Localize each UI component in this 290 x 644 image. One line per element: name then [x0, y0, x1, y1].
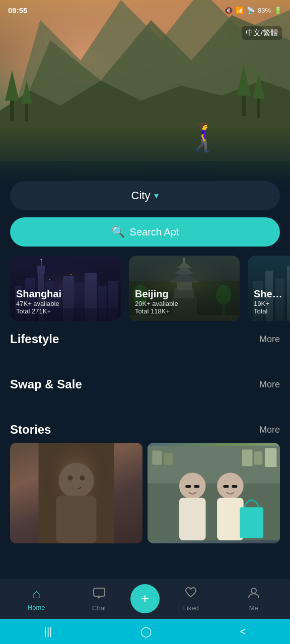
- svg-rect-53: [56, 496, 97, 543]
- city-cards-scroll: Shanghai 47K+ available Total 271K+: [0, 256, 290, 321]
- city-card-shanghai[interactable]: Shanghai 47K+ available Total 271K+: [10, 256, 121, 321]
- swap-sale-more[interactable]: More: [259, 379, 280, 390]
- nav-me[interactable]: Me: [223, 586, 285, 612]
- home-icon: ⌂: [32, 586, 40, 602]
- group-image: [148, 443, 280, 543]
- svg-rect-68: [217, 498, 244, 540]
- shenzhen-name: She…: [254, 288, 282, 300]
- shanghai-available: 47K+ available: [16, 300, 61, 307]
- city-arrow-icon: ▾: [154, 190, 159, 201]
- svg-rect-66: [179, 498, 206, 540]
- shanghai-name: Shanghai: [16, 288, 61, 300]
- svg-rect-63: [254, 451, 262, 464]
- stories-header: Stories More: [0, 423, 290, 437]
- signal-icon: 📡: [247, 7, 255, 14]
- nav-home[interactable]: ⌂ Home: [5, 586, 68, 611]
- group-svg: [148, 443, 280, 543]
- me-label: Me: [249, 604, 258, 612]
- svg-marker-4: [5, 70, 19, 101]
- svg-point-55: [80, 475, 85, 480]
- story-card-group[interactable]: [148, 443, 280, 543]
- svg-rect-70: [194, 485, 199, 488]
- search-btn-label: Search Apt: [130, 226, 179, 238]
- svg-rect-73: [240, 507, 263, 538]
- stories-grid: [0, 437, 290, 543]
- city-card-beijing[interactable]: Beijing 20K+ available Total 118K+: [129, 256, 240, 321]
- liked-label: Liked: [183, 604, 199, 612]
- svg-rect-64: [265, 448, 276, 467]
- svg-point-54: [68, 475, 73, 480]
- battery-icon: 🔋: [274, 7, 282, 14]
- pause-btn[interactable]: |||: [44, 626, 52, 637]
- chat-label: Chat: [92, 604, 106, 612]
- svg-rect-71: [223, 485, 229, 488]
- beijing-info: Beijing 20K+ available Total 118K+: [135, 288, 178, 315]
- back-btn[interactable]: <: [240, 626, 246, 637]
- status-icons: 🔇 📶 📡 83% 🔋: [225, 7, 282, 14]
- svg-rect-74: [94, 588, 105, 596]
- status-time: 09:55: [8, 6, 27, 15]
- add-button[interactable]: +: [130, 584, 160, 613]
- svg-rect-61: [164, 453, 173, 464]
- svg-point-76: [251, 588, 256, 593]
- beijing-total: Total 118K+: [135, 307, 178, 315]
- lang-switcher[interactable]: 中文/繁體: [242, 26, 282, 40]
- city-label: City: [131, 189, 151, 202]
- shenzhen-info: She… 19K+ Total: [254, 288, 282, 315]
- beijing-name: Beijing: [135, 288, 178, 300]
- svg-rect-62: [242, 450, 253, 466]
- shenzhen-available: 19K+: [254, 300, 282, 307]
- stories-title: Stories: [10, 423, 51, 437]
- shanghai-info: Shanghai 47K+ available Total 271K+: [16, 288, 61, 315]
- wifi-icon: 📶: [236, 7, 244, 14]
- swap-sale-section: Swap & Sale More: [0, 377, 290, 391]
- lifestyle-section: Lifestyle More: [0, 332, 290, 346]
- me-icon: [247, 586, 260, 602]
- svg-marker-75: [97, 596, 101, 599]
- bottom-nav: ⌂ Home Chat + Liked Me: [0, 579, 290, 619]
- status-bar: 09:55 🔇 📶 📡 83% 🔋: [0, 0, 290, 20]
- svg-rect-72: [232, 485, 237, 488]
- city-selector[interactable]: City ▾: [10, 181, 280, 210]
- nav-liked[interactable]: Liked: [160, 586, 223, 612]
- portrait-image: [10, 443, 142, 543]
- stories-section: Stories More: [0, 423, 290, 543]
- portrait-svg: [10, 443, 142, 543]
- liked-icon: [184, 586, 197, 602]
- svg-point-67: [217, 473, 244, 500]
- beijing-available: 20K+ available: [135, 300, 178, 307]
- shanghai-total: Total 271K+: [16, 307, 61, 315]
- chat-icon: [93, 586, 106, 602]
- city-cards-section: Shanghai 47K+ available Total 271K+: [0, 256, 290, 321]
- add-icon: +: [141, 591, 149, 607]
- lifestyle-title: Lifestyle: [10, 332, 59, 346]
- nav-chat[interactable]: Chat: [68, 586, 131, 612]
- svg-rect-9: [257, 96, 260, 118]
- svg-rect-69: [185, 485, 191, 488]
- story-card-portrait[interactable]: [10, 443, 142, 543]
- system-nav: ||| ◯ <: [0, 619, 290, 644]
- search-icon: 🔍: [111, 225, 125, 238]
- svg-rect-60: [152, 450, 162, 464]
- battery-text: 83%: [258, 7, 271, 14]
- svg-point-65: [179, 473, 206, 500]
- search-apt-button[interactable]: 🔍 Search Apt: [10, 217, 280, 247]
- shenzhen-total: Total: [254, 307, 282, 315]
- swap-sale-title: Swap & Sale: [10, 377, 82, 391]
- home-label: Home: [28, 604, 45, 611]
- lang-switcher-text: 中文/繁體: [246, 28, 278, 37]
- mute-icon: 🔇: [225, 7, 233, 14]
- svg-point-56: [64, 486, 79, 496]
- lifestyle-more[interactable]: More: [259, 334, 280, 345]
- home-btn[interactable]: ◯: [140, 625, 152, 637]
- city-card-shenzhen[interactable]: She… 19K+ Total: [248, 256, 290, 321]
- stories-more[interactable]: More: [259, 425, 280, 435]
